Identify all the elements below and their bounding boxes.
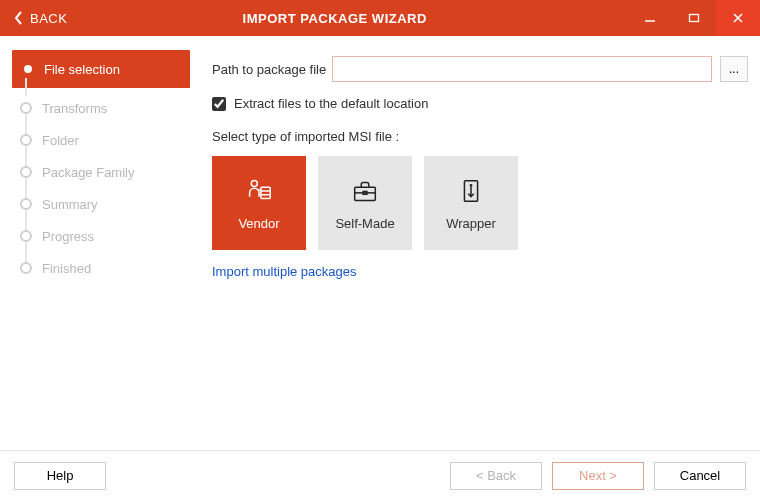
- form-panel: Path to package file ... Extract files t…: [190, 50, 748, 450]
- svg-point-4: [251, 180, 257, 186]
- step-dot-icon: [20, 230, 32, 242]
- path-label: Path to package file: [212, 62, 332, 77]
- step-transforms[interactable]: Transforms: [12, 92, 190, 124]
- close-icon: [731, 11, 745, 25]
- type-tiles: Vendor Self-Made Wrapper: [212, 156, 748, 250]
- step-summary[interactable]: Summary: [12, 188, 190, 220]
- maximize-button[interactable]: [672, 0, 716, 36]
- extract-checkbox[interactable]: [212, 97, 226, 111]
- back-button[interactable]: BACK: [0, 0, 81, 36]
- step-folder[interactable]: Folder: [12, 124, 190, 156]
- step-dot-icon: [20, 102, 32, 114]
- tile-self-made[interactable]: Self-Made: [318, 156, 412, 250]
- step-dot-icon: [20, 198, 32, 210]
- chevron-left-icon: [14, 11, 24, 25]
- step-label: Folder: [42, 133, 79, 148]
- svg-rect-1: [690, 15, 699, 22]
- step-label: Package Family: [42, 165, 134, 180]
- wizard-steps: File selection Transforms Folder Package…: [12, 50, 190, 450]
- minimize-button[interactable]: [628, 0, 672, 36]
- step-progress[interactable]: Progress: [12, 220, 190, 252]
- footer: Help < Back Next > Cancel: [0, 450, 760, 500]
- select-type-label: Select type of imported MSI file :: [212, 129, 748, 144]
- briefcase-icon: [350, 176, 380, 206]
- tile-label: Vendor: [238, 216, 279, 231]
- help-button[interactable]: Help: [14, 462, 106, 490]
- path-row: Path to package file ...: [212, 56, 748, 82]
- step-label: Transforms: [42, 101, 107, 116]
- step-finished[interactable]: Finished: [12, 252, 190, 284]
- minimize-icon: [644, 12, 656, 24]
- step-package-family[interactable]: Package Family: [12, 156, 190, 188]
- tile-vendor[interactable]: Vendor: [212, 156, 306, 250]
- cancel-button[interactable]: Cancel: [654, 462, 746, 490]
- back-nav-button[interactable]: < Back: [450, 462, 542, 490]
- back-label: BACK: [30, 11, 67, 26]
- step-label: Summary: [42, 197, 98, 212]
- svg-rect-5: [261, 187, 270, 198]
- step-label: Progress: [42, 229, 94, 244]
- next-button[interactable]: Next >: [552, 462, 644, 490]
- close-button[interactable]: [716, 0, 760, 36]
- content: File selection Transforms Folder Package…: [0, 36, 760, 450]
- maximize-icon: [688, 12, 700, 24]
- extract-label: Extract files to the default location: [234, 96, 428, 111]
- step-file-selection[interactable]: File selection: [12, 50, 190, 88]
- window-title: IMPORT PACKAGE WIZARD: [81, 0, 628, 36]
- browse-button[interactable]: ...: [720, 56, 748, 82]
- step-dot-icon: [20, 166, 32, 178]
- tile-label: Wrapper: [446, 216, 496, 231]
- step-dot-icon: [24, 65, 32, 73]
- window-controls: [628, 0, 760, 36]
- vendor-icon: [244, 176, 274, 206]
- import-multiple-link[interactable]: Import multiple packages: [212, 264, 748, 279]
- wrapper-icon: [456, 176, 486, 206]
- step-label: Finished: [42, 261, 91, 276]
- tile-wrapper[interactable]: Wrapper: [424, 156, 518, 250]
- tile-label: Self-Made: [335, 216, 394, 231]
- step-dot-icon: [20, 262, 32, 274]
- step-label: File selection: [42, 62, 120, 77]
- svg-point-12: [470, 183, 473, 186]
- titlebar: BACK IMPORT PACKAGE WIZARD: [0, 0, 760, 36]
- path-input[interactable]: [332, 56, 712, 82]
- step-dot-icon: [20, 134, 32, 146]
- extract-row: Extract files to the default location: [212, 96, 748, 111]
